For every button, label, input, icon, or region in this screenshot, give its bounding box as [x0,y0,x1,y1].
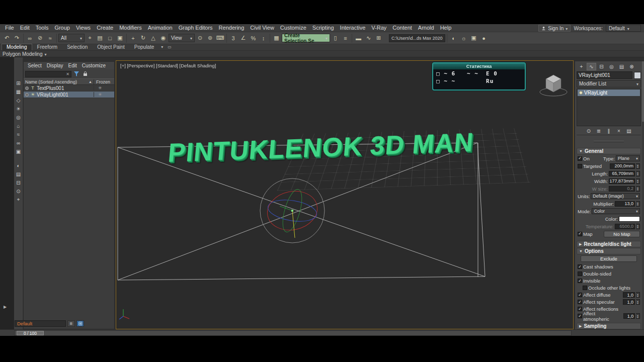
rendered-frame-window-icon[interactable]: ▣ [469,33,478,43]
rollout-options-header[interactable]: Options [577,248,641,254]
menu-vray[interactable]: V-Ray [368,24,389,32]
scrollbar-thumb[interactable] [642,61,644,122]
schematic-view-icon[interactable]: ⊞ [374,33,383,43]
modify-tab-icon[interactable]: ∿ [587,63,596,70]
display-helpers-icon[interactable]: ⌂ [15,122,22,129]
search-input[interactable]: ✕ [25,71,71,77]
menu-animation[interactable]: Animation [145,24,176,32]
list-view-icon[interactable]: ≡ [67,320,75,327]
toggle-ribbon-icon[interactable]: ▬ [354,33,363,43]
menu-modifiers[interactable]: Modifiers [116,24,145,32]
display-cameras-icon[interactable]: ◎ [15,114,22,121]
menu-views[interactable]: Views [73,24,94,32]
modifier-list-dropdown[interactable]: Modifier List [577,80,641,87]
display-shapes-icon[interactable]: ◇ [15,97,22,104]
filter-funnel-icon[interactable] [73,70,80,77]
display-lights-icon[interactable]: ☀ [15,105,22,112]
selection-filter-dropdown[interactable]: All [58,34,85,42]
spinner-snap-icon[interactable]: ↕ [259,33,268,43]
rectangular-selection-region-icon[interactable]: □ [105,33,115,43]
select-and-scale-icon[interactable]: △ [148,33,158,43]
polygon-modeling-label[interactable]: Polygon Modeling [3,51,43,57]
select-and-link-icon[interactable]: ∞ [25,33,35,43]
object-name[interactable]: VRayLight001 [37,92,68,98]
stack-item-selected[interactable]: VRayLight [578,89,640,96]
affect-atmospheric-checkbox[interactable] [578,314,582,318]
spinner-control[interactable]: ▴▾ [636,313,640,319]
tab-modeling[interactable]: Modeling [2,44,32,50]
display-bones-icon[interactable]: ∞ [15,139,22,146]
explorer-empty-area[interactable] [24,98,114,329]
menu-scripting[interactable]: Scripting [309,24,337,32]
workspaces-dropdown[interactable]: Default [606,25,641,32]
ribbon-minimize-icon[interactable]: ▭ [166,44,174,50]
chevron-down-icon[interactable]: ▾ [159,44,165,50]
double-sided-checkbox[interactable] [578,272,582,276]
column-name-header[interactable]: Name (Sorted Ascending) [25,79,77,84]
table-row-selected[interactable]: ☀ VRayLight001 ✳ [24,92,114,98]
select-and-manipulate-icon[interactable]: ⊚ [205,33,215,43]
units-dropdown[interactable]: Default (image) [591,193,640,199]
rollout-grip[interactable] [594,141,624,142]
affect-diffuse-value-field[interactable]: 1,0 [623,292,635,298]
display-containers-icon[interactable]: ▣ [15,148,22,155]
length-value-field[interactable]: 65,709mm [609,171,635,176]
spinner-control[interactable]: ▴▾ [636,171,640,176]
menu-graph-editors[interactable]: Graph Editors [176,24,216,32]
sort-by-hierarchy-icon[interactable]: ⊟ [15,179,22,186]
time-slider-thumb[interactable]: 0 / 100 [17,331,44,335]
object-name-field[interactable]: VRayLight001 [577,71,632,79]
rollout-sampling-header[interactable]: Sampling [577,323,641,329]
tab-populate[interactable]: Populate [130,44,158,50]
viewport-label[interactable]: [+] [Perspective] [Standard] [Default Sh… [120,63,216,68]
frozen-cell-icon[interactable]: ✳ [94,92,113,97]
rollout-general-header[interactable]: General [577,148,641,154]
menu-interactive[interactable]: Interactive [337,24,369,32]
pick-parent-icon[interactable]: ⌖ [15,196,22,203]
type-dropdown[interactable]: Plane [616,155,640,161]
named-selection-sets-field[interactable]: Create Selection Se [282,34,330,42]
visibility-eye-icon[interactable] [25,93,29,97]
sign-in-button[interactable]: Sign In [538,25,571,32]
panel-expander-arrow[interactable]: ▶ [4,305,7,309]
bind-to-space-warp-icon[interactable]: ≈ [45,33,55,43]
sort-by-layer-icon[interactable]: ▤ [15,170,22,177]
perspective-viewport[interactable]: PINTUKLENOK 3D MAN [+] [Perspective] [St… [116,60,574,329]
menu-tools[interactable]: Tools [33,24,52,32]
menu-group[interactable]: Group [51,24,73,32]
spinner-control[interactable]: ▴▾ [636,163,640,169]
targeted-value-field[interactable]: 200,0mm [610,163,635,169]
pin-stack-icon[interactable]: ⊙ [585,127,593,134]
display-influences-icon[interactable]: ⊞ [15,79,22,86]
display-tab-icon[interactable]: ▤ [617,63,626,70]
undo-icon[interactable]: ↶ [2,33,12,43]
menu-help[interactable]: Help [437,24,455,32]
select-and-move-icon[interactable]: + [128,33,138,43]
material-editor-icon[interactable]: ◐ [449,33,458,43]
reference-coordinate-dropdown[interactable]: View [169,34,195,42]
mirror-icon[interactable]: ▯ [331,33,340,43]
affect-reflections-checkbox[interactable] [578,307,582,311]
object-color-swatch[interactable] [634,72,641,79]
affect-specular-value-field[interactable]: 1,0 [623,299,635,305]
affect-specular-checkbox[interactable] [578,300,582,304]
width-value-field[interactable]: 177,873mm [609,178,635,184]
tab-selection[interactable]: Selection [62,44,92,50]
tab-freeform[interactable]: Freeform [33,44,62,50]
keyboard-shortcut-override-icon[interactable]: ⌨ [215,33,225,43]
select-and-rotate-icon[interactable]: ↻ [138,33,148,43]
display-materials-icon[interactable]: ◐ [15,162,22,169]
configure-modifier-sets-icon[interactable]: ▤ [625,127,633,134]
mode-dropdown[interactable]: Color [592,208,640,214]
lock-icon[interactable] [82,70,89,77]
render-production-icon[interactable]: ● [479,33,489,43]
select-and-place-icon[interactable]: ◉ [158,33,168,43]
explorer-menu-display[interactable]: Display [44,62,66,69]
redo-icon[interactable]: ↷ [12,33,22,43]
use-pivot-point-icon[interactable]: ⊙ [195,33,205,43]
map-checkbox[interactable] [578,232,582,236]
utilities-tab-icon[interactable]: ⊗ [627,63,636,70]
angle-snap-icon[interactable]: ∠ [238,33,248,43]
light-color-swatch[interactable] [619,216,640,222]
render-setup-icon[interactable]: ☼ [459,33,468,43]
